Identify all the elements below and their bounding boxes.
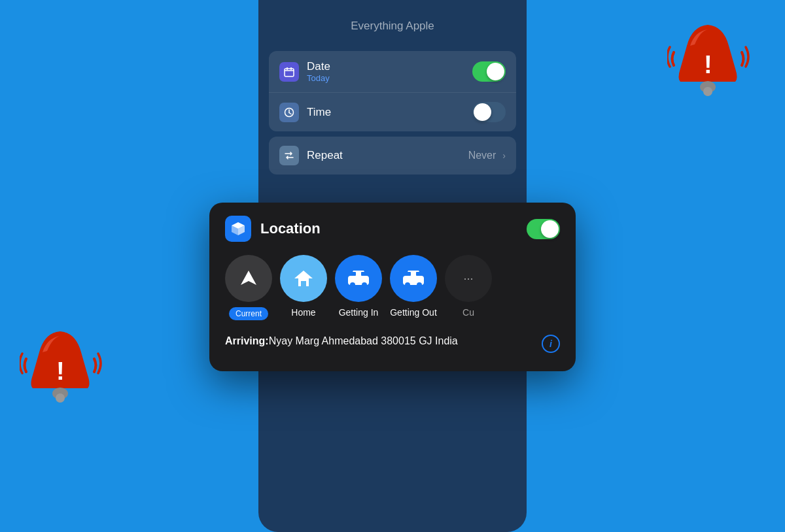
getting-in-label: Getting In — [339, 307, 379, 318]
date-label: Date — [307, 60, 472, 73]
app-name-label: Everything Apple — [258, 13, 527, 46]
arriving-text: Arriving:Nyay Marg Ahmedabad 380015 GJ I… — [225, 333, 458, 349]
option-cu-circle: ··· — [445, 255, 492, 302]
location-app-icon — [225, 216, 251, 242]
time-icon — [279, 103, 299, 122]
svg-rect-21 — [361, 272, 368, 276]
option-current[interactable]: Current — [225, 255, 272, 320]
location-header: Location — [225, 216, 560, 242]
time-label: Time — [307, 106, 472, 119]
cu-label: Cu — [462, 307, 474, 318]
home-label: Home — [291, 307, 315, 318]
svg-point-19 — [362, 282, 367, 288]
svg-rect-0 — [285, 69, 294, 76]
repeat-row[interactable]: Repeat Never › — [269, 137, 516, 175]
getting-out-label: Getting Out — [390, 307, 437, 318]
arriving-address: Nyay Marg Ahmedabad 380015 GJ India — [269, 335, 458, 346]
svg-point-18 — [350, 282, 355, 288]
svg-marker-16 — [294, 271, 313, 286]
info-icon[interactable]: i — [542, 335, 560, 353]
svg-rect-26 — [416, 272, 423, 276]
time-toggle[interactable] — [472, 102, 506, 122]
repeat-chevron: › — [502, 150, 506, 161]
svg-point-9 — [703, 87, 712, 96]
repeat-section: Repeat Never › — [269, 137, 516, 175]
location-card: Location Current Home — [209, 203, 576, 371]
svg-point-23 — [405, 282, 410, 288]
option-home[interactable]: Home — [280, 255, 327, 320]
repeat-label: Repeat — [307, 149, 468, 162]
svg-rect-25 — [404, 272, 411, 276]
option-cu[interactable]: ··· Cu — [445, 255, 492, 320]
arriving-label: Arriving: — [225, 335, 269, 346]
date-time-section: Date Today Time — [269, 51, 516, 131]
location-toggle[interactable] — [527, 219, 560, 239]
arriving-row: Arriving:Nyay Marg Ahmedabad 380015 GJ I… — [225, 333, 560, 353]
current-badge: Current — [229, 307, 268, 320]
bell-bottom-left: ! — [20, 326, 105, 434]
bell-top-right: ! — [667, 20, 752, 127]
date-row[interactable]: Date Today — [269, 51, 516, 93]
date-toggle[interactable] — [472, 61, 506, 82]
svg-point-24 — [417, 282, 422, 288]
svg-rect-20 — [349, 272, 356, 276]
repeat-icon — [279, 146, 299, 165]
option-getting-in[interactable]: Getting In — [335, 255, 382, 320]
location-options-row: Current Home Ge — [225, 255, 560, 320]
option-home-circle — [280, 255, 327, 302]
date-sub: Today — [307, 73, 472, 83]
option-getting-in-circle — [335, 255, 382, 302]
repeat-value: Never — [468, 150, 497, 161]
time-row[interactable]: Time — [269, 93, 516, 131]
svg-marker-15 — [241, 271, 256, 285]
option-getting-out[interactable]: Getting Out — [390, 255, 437, 320]
svg-point-13 — [56, 393, 65, 403]
svg-text:!: ! — [704, 51, 712, 78]
svg-line-6 — [289, 112, 291, 114]
svg-text:!: ! — [56, 357, 65, 385]
location-title: Location — [260, 220, 527, 237]
date-icon — [279, 62, 299, 82]
option-current-circle — [225, 255, 272, 302]
option-getting-out-circle — [390, 255, 437, 302]
